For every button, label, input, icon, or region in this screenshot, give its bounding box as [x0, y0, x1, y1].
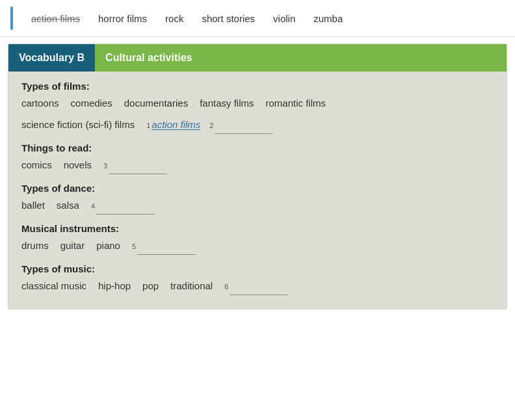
blank-number: 3 — [103, 160, 107, 173]
section-title-musical-instruments: Musical instruments: — [21, 223, 494, 234]
vocab-word: piano — [96, 237, 120, 254]
vocab-row-instruments-row-1: drumsguitarpiano5 — [21, 237, 494, 256]
blank-line[interactable] — [230, 277, 288, 295]
vocab-body: Types of films:cartoonscomediesdocumenta… — [8, 72, 507, 309]
vocab-row-music-row-1: classical musichip-hoppoptraditional6 — [21, 277, 494, 296]
section-title-types-of-films: Types of films: — [21, 81, 494, 92]
blank-container-1[interactable]: 1action films — [146, 116, 200, 133]
vocab-row-read-row-1: comicsnovels3 — [21, 156, 494, 175]
word-bank-item-short-stories: short stories — [202, 13, 255, 24]
vocab-header-right: Cultural activities — [95, 44, 507, 72]
blank-number: 2 — [209, 120, 213, 133]
vocab-header-left: Vocabulary B — [8, 44, 95, 72]
blank-container-6[interactable]: 6 — [224, 277, 288, 296]
vocab-row-films-row-2: science fiction (sci-fi) films1action fi… — [21, 116, 494, 135]
blank-container-2[interactable]: 2 — [209, 116, 273, 135]
blank-number: 4 — [91, 200, 95, 213]
word-bank-item-violin: violin — [273, 13, 295, 24]
vocab-word: traditional — [170, 277, 213, 295]
blank-container-3[interactable]: 3 — [103, 156, 167, 175]
blank-line[interactable] — [96, 196, 155, 215]
blank-line[interactable] — [137, 237, 196, 255]
word-bank-item-horror-films: horror films — [98, 13, 147, 24]
vocab-word: ballet — [21, 196, 45, 214]
vocab-word: comics — [21, 156, 52, 174]
section-title-things-to-read: Things to read: — [21, 142, 494, 153]
vocab-box: Vocabulary B Cultural activities Types o… — [8, 44, 507, 309]
vocab-word: pop — [142, 277, 159, 295]
blank-line[interactable] — [215, 116, 273, 134]
vocab-header: Vocabulary B Cultural activities — [8, 44, 507, 72]
vocab-word: salsa — [57, 196, 79, 214]
word-bank-item-zumba: zumba — [313, 13, 343, 24]
vocab-word: guitar — [60, 237, 85, 254]
blank-line[interactable] — [109, 156, 167, 174]
blank-number: 6 — [224, 281, 228, 294]
blank-filled-word: action films — [152, 116, 200, 133]
vocab-word: novels — [64, 156, 92, 174]
vocab-row-films-row-1: cartoonscomediesdocumentariesfantasy fil… — [21, 94, 494, 112]
blank-container-5[interactable]: 5 — [132, 237, 196, 256]
vocab-word: comedies — [71, 94, 112, 112]
vocab-row-dance-row-1: balletsalsa4 — [21, 196, 494, 215]
vocab-word: documentaries — [124, 94, 188, 112]
blank-number: 5 — [132, 241, 136, 254]
vocab-word: science fiction (sci-fi) films — [21, 116, 135, 133]
vocab-word: fantasy films — [200, 94, 254, 112]
word-bank: action filmshorror filmsrockshort storie… — [0, 0, 515, 37]
word-bank-item-action-films: action films — [31, 13, 80, 24]
vocab-word: cartoons — [21, 94, 59, 112]
word-bank-marker — [10, 7, 13, 30]
section-title-types-of-music: Types of music: — [21, 263, 494, 274]
vocab-title-label: Vocabulary B — [19, 52, 85, 64]
vocab-word: hip-hop — [98, 277, 131, 295]
vocab-subtitle-label: Cultural activities — [105, 52, 192, 64]
vocab-word: romantic films — [266, 94, 326, 112]
blank-number: 1 — [146, 120, 150, 133]
vocab-word: drums — [21, 237, 49, 254]
section-title-types-of-dance: Types of dance: — [21, 183, 494, 194]
vocab-word: classical music — [21, 277, 86, 295]
word-bank-item-rock: rock — [165, 13, 183, 24]
blank-container-4[interactable]: 4 — [91, 196, 155, 215]
